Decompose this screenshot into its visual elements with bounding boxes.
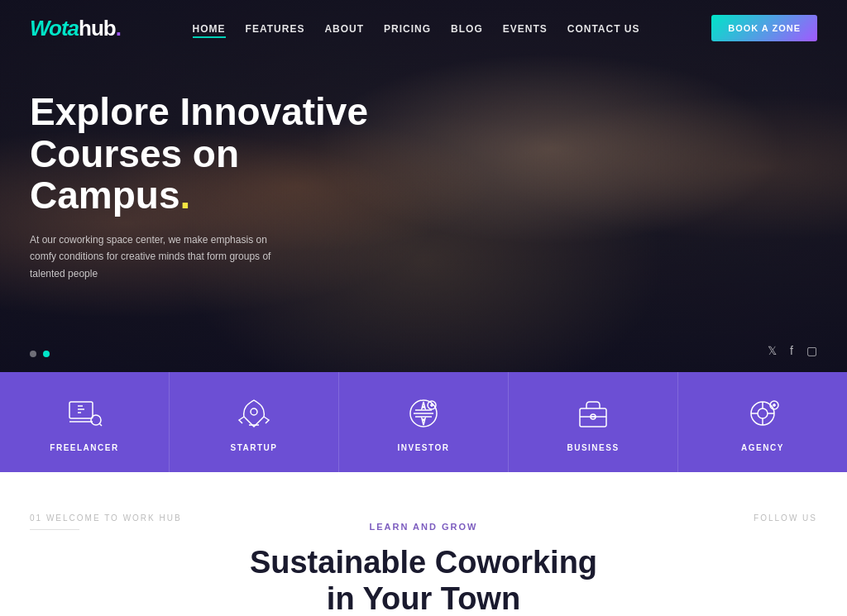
freelancer-icon	[63, 392, 106, 435]
left-divider	[30, 529, 79, 530]
investor-label: INVESTOR	[398, 443, 450, 452]
hero-subtitle: At our coworking space center, we make e…	[30, 231, 294, 281]
category-business[interactable]: BUSINESS	[509, 372, 678, 472]
startup-label: STARTUP	[231, 443, 278, 452]
nav-links: HOME FEATURES ABOUT PRICING BLOG EVENTS …	[193, 21, 640, 36]
follow-us-label: FOLLOW US	[754, 513, 817, 523]
category-startup[interactable]: STARTUP	[170, 372, 339, 472]
hero-content: Explore Innovative Courses on Campus. At…	[30, 91, 402, 282]
logo[interactable]: Wotahub.	[30, 16, 121, 41]
nav-item-pricing[interactable]: PRICING	[384, 21, 431, 36]
svg-line-3	[99, 423, 102, 426]
category-freelancer[interactable]: FREELANCER	[0, 372, 170, 472]
nav-link-contact[interactable]: CONTACT US	[567, 23, 640, 35]
hero-title-line2: Courses on Campus	[30, 131, 239, 217]
agency-label: AGENCY	[741, 443, 784, 452]
below-left: 01 WELCOME TO WORK HUB	[30, 513, 195, 616]
freelancer-label: FREELANCER	[50, 443, 118, 452]
category-investor[interactable]: INVESTOR	[339, 372, 509, 472]
svg-rect-0	[69, 402, 93, 418]
below-section: 01 WELCOME TO WORK HUB LEARN AND GROW Su…	[0, 472, 847, 616]
hero-title: Explore Innovative Courses on Campus.	[30, 91, 402, 217]
categories-bar: FREELANCER STARTUP	[0, 372, 847, 472]
nav-item-home[interactable]: HOME	[193, 21, 226, 36]
navbar: Wotahub. HOME FEATURES ABOUT PRICING BLO…	[0, 0, 847, 56]
learn-grow-label: LEARN AND GROW	[370, 522, 478, 532]
category-agency[interactable]: AGENCY	[678, 372, 847, 472]
hero-pagination	[30, 351, 50, 357]
below-center: LEARN AND GROW Sustainable Coworking in …	[195, 513, 652, 616]
hero-title-period: .	[179, 174, 190, 217]
nav-item-about[interactable]: ABOUT	[324, 21, 364, 36]
nav-link-pricing[interactable]: PRICING	[384, 23, 431, 35]
facebook-icon[interactable]: f	[790, 344, 793, 357]
svg-point-21	[758, 408, 768, 418]
investor-icon	[402, 392, 445, 435]
nav-link-features[interactable]: FEATURES	[246, 23, 305, 35]
main-title-line2: in Your Town	[327, 581, 520, 616]
hero-social-icons: 𝕏 f ▢	[768, 344, 817, 357]
nav-item-contact[interactable]: CONTACT US	[567, 21, 640, 36]
nav-item-events[interactable]: EVENTS	[503, 21, 548, 36]
svg-point-7	[251, 408, 257, 415]
hero-title-line1: Explore Innovative	[30, 90, 368, 133]
nav-link-events[interactable]: EVENTS	[503, 23, 548, 35]
section-main-title: Sustainable Coworking in Your Town	[250, 545, 597, 616]
nav-link-blog[interactable]: BLOG	[451, 23, 483, 35]
business-label: BUSINESS	[567, 443, 619, 452]
welcome-label: 01 WELCOME TO WORK HUB	[30, 513, 195, 523]
nav-item-blog[interactable]: BLOG	[451, 21, 483, 36]
slide-dot-1[interactable]	[30, 351, 36, 357]
below-right: FOLLOW US	[652, 513, 817, 616]
nav-item-features[interactable]: FEATURES	[246, 21, 305, 36]
agency-icon	[741, 392, 784, 435]
svg-rect-16	[580, 408, 606, 427]
main-title-line1: Sustainable Coworking	[250, 545, 597, 580]
logo-wota: Wota	[30, 16, 79, 41]
twitter-icon[interactable]: 𝕏	[768, 344, 777, 357]
book-zone-button[interactable]: BOOK A ZONE	[711, 15, 817, 41]
logo-dot: .	[116, 16, 121, 41]
instagram-icon[interactable]: ▢	[806, 344, 817, 357]
startup-icon	[232, 392, 275, 435]
slide-dot-2[interactable]	[43, 351, 50, 357]
logo-hub: hub	[79, 16, 116, 41]
nav-link-about[interactable]: ABOUT	[324, 23, 364, 35]
business-icon	[572, 392, 615, 435]
nav-link-home[interactable]: HOME	[193, 23, 226, 38]
